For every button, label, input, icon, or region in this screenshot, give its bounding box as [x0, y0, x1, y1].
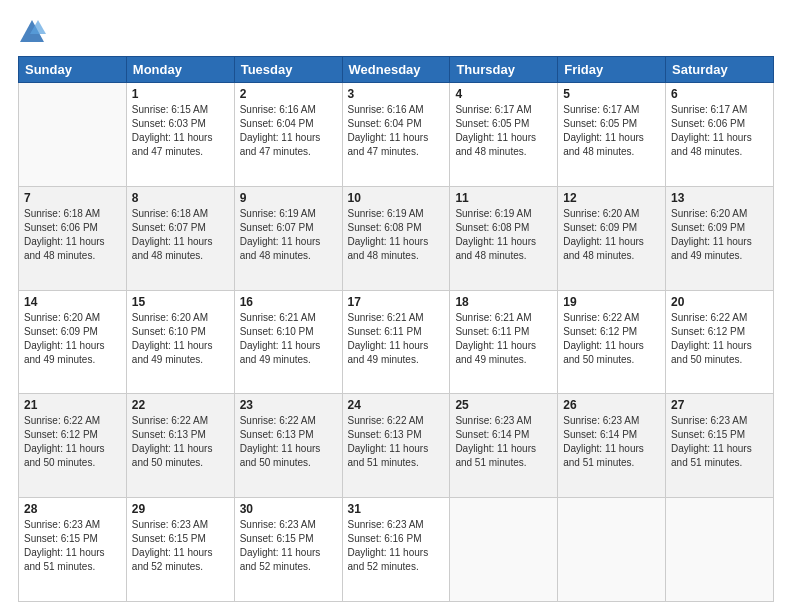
day-info: Sunrise: 6:23 AM Sunset: 6:14 PM Dayligh…	[563, 414, 660, 470]
day-info: Sunrise: 6:21 AM Sunset: 6:11 PM Dayligh…	[348, 311, 445, 367]
day-info: Sunrise: 6:20 AM Sunset: 6:09 PM Dayligh…	[563, 207, 660, 263]
week-row-4: 21Sunrise: 6:22 AM Sunset: 6:12 PM Dayli…	[19, 394, 774, 498]
day-number: 18	[455, 295, 552, 309]
logo-icon	[18, 18, 46, 46]
header-row: SundayMondayTuesdayWednesdayThursdayFrid…	[19, 57, 774, 83]
day-number: 7	[24, 191, 121, 205]
day-info: Sunrise: 6:22 AM Sunset: 6:13 PM Dayligh…	[240, 414, 337, 470]
day-info: Sunrise: 6:23 AM Sunset: 6:15 PM Dayligh…	[671, 414, 768, 470]
calendar-cell: 13Sunrise: 6:20 AM Sunset: 6:09 PM Dayli…	[666, 186, 774, 290]
week-row-5: 28Sunrise: 6:23 AM Sunset: 6:15 PM Dayli…	[19, 498, 774, 602]
calendar-cell: 16Sunrise: 6:21 AM Sunset: 6:10 PM Dayli…	[234, 290, 342, 394]
calendar-cell: 27Sunrise: 6:23 AM Sunset: 6:15 PM Dayli…	[666, 394, 774, 498]
day-number: 4	[455, 87, 552, 101]
calendar-cell: 31Sunrise: 6:23 AM Sunset: 6:16 PM Dayli…	[342, 498, 450, 602]
day-info: Sunrise: 6:20 AM Sunset: 6:09 PM Dayligh…	[671, 207, 768, 263]
calendar-cell: 17Sunrise: 6:21 AM Sunset: 6:11 PM Dayli…	[342, 290, 450, 394]
calendar-cell: 9Sunrise: 6:19 AM Sunset: 6:07 PM Daylig…	[234, 186, 342, 290]
day-number: 14	[24, 295, 121, 309]
day-number: 31	[348, 502, 445, 516]
day-info: Sunrise: 6:17 AM Sunset: 6:06 PM Dayligh…	[671, 103, 768, 159]
day-info: Sunrise: 6:21 AM Sunset: 6:10 PM Dayligh…	[240, 311, 337, 367]
calendar-cell: 28Sunrise: 6:23 AM Sunset: 6:15 PM Dayli…	[19, 498, 127, 602]
day-info: Sunrise: 6:22 AM Sunset: 6:13 PM Dayligh…	[132, 414, 229, 470]
calendar-cell: 19Sunrise: 6:22 AM Sunset: 6:12 PM Dayli…	[558, 290, 666, 394]
day-header-friday: Friday	[558, 57, 666, 83]
day-number: 10	[348, 191, 445, 205]
day-info: Sunrise: 6:19 AM Sunset: 6:07 PM Dayligh…	[240, 207, 337, 263]
calendar-cell	[558, 498, 666, 602]
day-header-tuesday: Tuesday	[234, 57, 342, 83]
day-number: 22	[132, 398, 229, 412]
calendar-cell: 3Sunrise: 6:16 AM Sunset: 6:04 PM Daylig…	[342, 83, 450, 187]
day-number: 2	[240, 87, 337, 101]
calendar-cell: 2Sunrise: 6:16 AM Sunset: 6:04 PM Daylig…	[234, 83, 342, 187]
day-info: Sunrise: 6:23 AM Sunset: 6:15 PM Dayligh…	[240, 518, 337, 574]
logo	[18, 18, 50, 46]
day-info: Sunrise: 6:21 AM Sunset: 6:11 PM Dayligh…	[455, 311, 552, 367]
calendar-cell: 22Sunrise: 6:22 AM Sunset: 6:13 PM Dayli…	[126, 394, 234, 498]
calendar-cell: 26Sunrise: 6:23 AM Sunset: 6:14 PM Dayli…	[558, 394, 666, 498]
day-number: 11	[455, 191, 552, 205]
day-number: 23	[240, 398, 337, 412]
day-info: Sunrise: 6:20 AM Sunset: 6:10 PM Dayligh…	[132, 311, 229, 367]
calendar-cell: 23Sunrise: 6:22 AM Sunset: 6:13 PM Dayli…	[234, 394, 342, 498]
day-number: 1	[132, 87, 229, 101]
day-info: Sunrise: 6:19 AM Sunset: 6:08 PM Dayligh…	[348, 207, 445, 263]
calendar-cell: 4Sunrise: 6:17 AM Sunset: 6:05 PM Daylig…	[450, 83, 558, 187]
day-header-monday: Monday	[126, 57, 234, 83]
day-header-saturday: Saturday	[666, 57, 774, 83]
day-number: 3	[348, 87, 445, 101]
calendar-cell: 6Sunrise: 6:17 AM Sunset: 6:06 PM Daylig…	[666, 83, 774, 187]
day-number: 8	[132, 191, 229, 205]
day-number: 28	[24, 502, 121, 516]
day-number: 24	[348, 398, 445, 412]
calendar-cell	[19, 83, 127, 187]
day-info: Sunrise: 6:23 AM Sunset: 6:15 PM Dayligh…	[24, 518, 121, 574]
calendar-cell	[666, 498, 774, 602]
day-info: Sunrise: 6:23 AM Sunset: 6:14 PM Dayligh…	[455, 414, 552, 470]
calendar-cell: 15Sunrise: 6:20 AM Sunset: 6:10 PM Dayli…	[126, 290, 234, 394]
day-number: 13	[671, 191, 768, 205]
day-info: Sunrise: 6:22 AM Sunset: 6:12 PM Dayligh…	[671, 311, 768, 367]
header	[18, 18, 774, 46]
calendar-cell: 7Sunrise: 6:18 AM Sunset: 6:06 PM Daylig…	[19, 186, 127, 290]
calendar-cell: 14Sunrise: 6:20 AM Sunset: 6:09 PM Dayli…	[19, 290, 127, 394]
day-number: 30	[240, 502, 337, 516]
calendar-cell: 8Sunrise: 6:18 AM Sunset: 6:07 PM Daylig…	[126, 186, 234, 290]
calendar-cell: 24Sunrise: 6:22 AM Sunset: 6:13 PM Dayli…	[342, 394, 450, 498]
week-row-2: 7Sunrise: 6:18 AM Sunset: 6:06 PM Daylig…	[19, 186, 774, 290]
calendar-cell: 25Sunrise: 6:23 AM Sunset: 6:14 PM Dayli…	[450, 394, 558, 498]
day-info: Sunrise: 6:16 AM Sunset: 6:04 PM Dayligh…	[348, 103, 445, 159]
day-number: 19	[563, 295, 660, 309]
calendar-table: SundayMondayTuesdayWednesdayThursdayFrid…	[18, 56, 774, 602]
calendar-cell: 12Sunrise: 6:20 AM Sunset: 6:09 PM Dayli…	[558, 186, 666, 290]
day-info: Sunrise: 6:22 AM Sunset: 6:13 PM Dayligh…	[348, 414, 445, 470]
day-number: 6	[671, 87, 768, 101]
calendar-cell	[450, 498, 558, 602]
day-number: 21	[24, 398, 121, 412]
day-info: Sunrise: 6:16 AM Sunset: 6:04 PM Dayligh…	[240, 103, 337, 159]
day-info: Sunrise: 6:18 AM Sunset: 6:07 PM Dayligh…	[132, 207, 229, 263]
calendar-cell: 5Sunrise: 6:17 AM Sunset: 6:05 PM Daylig…	[558, 83, 666, 187]
calendar-cell: 18Sunrise: 6:21 AM Sunset: 6:11 PM Dayli…	[450, 290, 558, 394]
day-info: Sunrise: 6:20 AM Sunset: 6:09 PM Dayligh…	[24, 311, 121, 367]
week-row-3: 14Sunrise: 6:20 AM Sunset: 6:09 PM Dayli…	[19, 290, 774, 394]
day-info: Sunrise: 6:17 AM Sunset: 6:05 PM Dayligh…	[455, 103, 552, 159]
day-number: 5	[563, 87, 660, 101]
day-info: Sunrise: 6:23 AM Sunset: 6:15 PM Dayligh…	[132, 518, 229, 574]
day-header-wednesday: Wednesday	[342, 57, 450, 83]
day-info: Sunrise: 6:22 AM Sunset: 6:12 PM Dayligh…	[563, 311, 660, 367]
day-info: Sunrise: 6:17 AM Sunset: 6:05 PM Dayligh…	[563, 103, 660, 159]
calendar-cell: 21Sunrise: 6:22 AM Sunset: 6:12 PM Dayli…	[19, 394, 127, 498]
day-info: Sunrise: 6:19 AM Sunset: 6:08 PM Dayligh…	[455, 207, 552, 263]
calendar-cell: 11Sunrise: 6:19 AM Sunset: 6:08 PM Dayli…	[450, 186, 558, 290]
day-number: 16	[240, 295, 337, 309]
day-number: 12	[563, 191, 660, 205]
day-header-sunday: Sunday	[19, 57, 127, 83]
calendar-cell: 20Sunrise: 6:22 AM Sunset: 6:12 PM Dayli…	[666, 290, 774, 394]
day-number: 25	[455, 398, 552, 412]
calendar-cell: 30Sunrise: 6:23 AM Sunset: 6:15 PM Dayli…	[234, 498, 342, 602]
calendar-cell: 29Sunrise: 6:23 AM Sunset: 6:15 PM Dayli…	[126, 498, 234, 602]
day-number: 29	[132, 502, 229, 516]
